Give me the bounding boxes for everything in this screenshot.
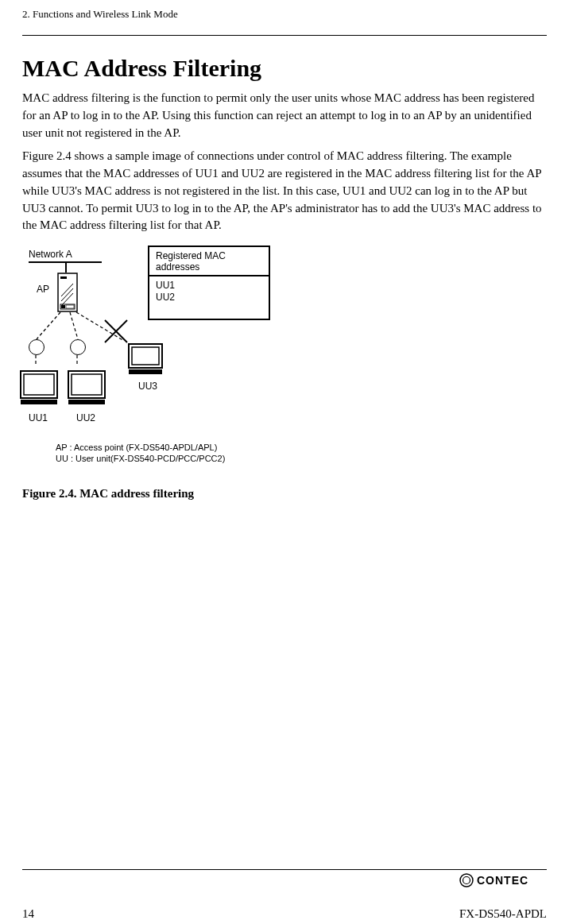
svg-rect-16: [24, 374, 54, 395]
svg-rect-13: [132, 347, 159, 365]
legend-line2: UU : User unit(FX-DS540-PCD/PCC/PCC2): [56, 454, 225, 463]
uu2-monitor-icon: [67, 369, 106, 408]
figure-legend: AP : Access point (FX-DS540-APDL/APL) UU…: [56, 443, 225, 465]
svg-line-7: [76, 312, 124, 341]
page-title: MAC Address Filtering: [22, 55, 547, 82]
chapter-header: 2. Functions and Wireless Link Mode: [22, 8, 547, 21]
uu1-label: UU1: [29, 412, 48, 423]
uu3-label: UU3: [138, 381, 157, 392]
page-footer: CONTEC 14 FX-DS540-APDL: [22, 869, 547, 921]
contec-logo: CONTEC: [22, 873, 547, 891]
svg-line-5: [37, 312, 60, 339]
svg-text:CONTEC: CONTEC: [477, 874, 528, 887]
paragraph-2: Figure 2.4 shows a sample image of conne…: [22, 148, 547, 234]
uu1-monitor-icon: [19, 369, 59, 408]
svg-point-22: [463, 877, 470, 884]
svg-rect-19: [72, 374, 102, 395]
top-rule: [22, 35, 547, 36]
model-number: FX-DS540-APDL: [459, 907, 547, 921]
connection-lines: [22, 245, 308, 476]
uu2-label: UU2: [76, 412, 95, 423]
page-number: 14: [22, 907, 34, 921]
figure-caption: Figure 2.4. MAC address filtering: [22, 487, 547, 501]
uu3-monitor-icon: [127, 342, 164, 377]
footer-rule: [22, 869, 547, 870]
svg-point-21: [460, 874, 473, 887]
svg-line-6: [70, 312, 78, 339]
legend-line1: AP : Access point (FX-DS540-APDL/APL): [56, 443, 217, 452]
svg-rect-17: [21, 400, 57, 404]
figure-2-4: Network A AP Registered MAC addresses UU…: [22, 245, 308, 476]
paragraph-1: MAC address filtering is the function to…: [22, 90, 547, 141]
svg-rect-20: [68, 400, 105, 404]
svg-rect-14: [129, 369, 162, 374]
